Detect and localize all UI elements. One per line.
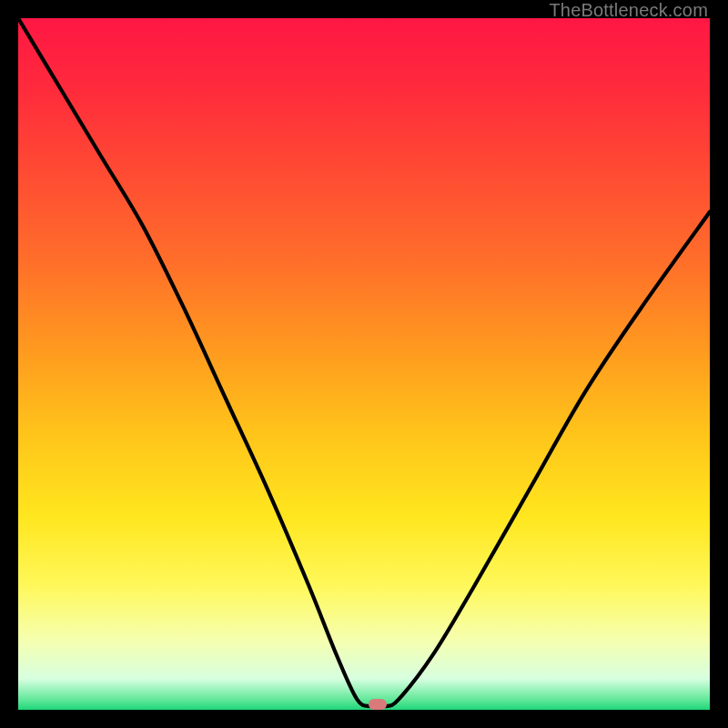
plot-area	[18, 18, 710, 710]
minimum-marker	[369, 699, 387, 710]
chart-frame: TheBottleneck.com	[0, 0, 728, 728]
bottleneck-curve	[18, 18, 710, 710]
